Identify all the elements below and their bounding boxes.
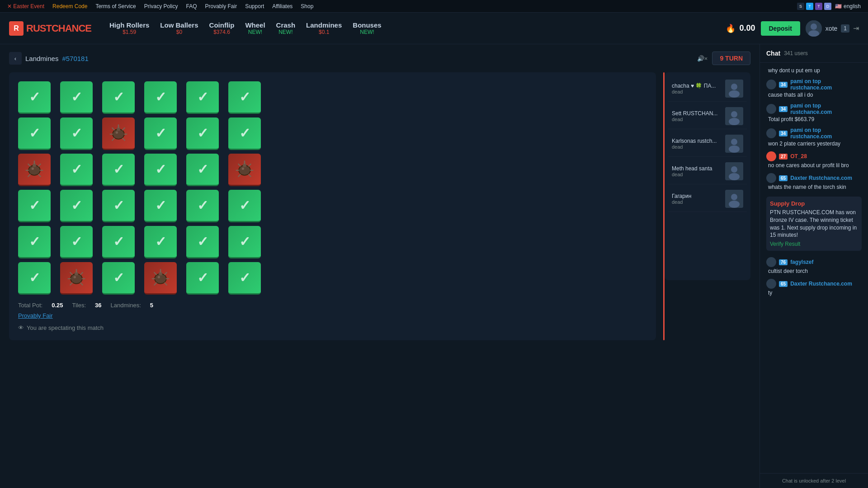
top-bar: ✕ Easter Event Redeem Code Terms of Serv… bbox=[0, 0, 868, 13]
nav-low-ballers[interactable]: Low Ballers $0 bbox=[160, 21, 198, 35]
topbar-support[interactable]: Support bbox=[245, 3, 264, 9]
player-status: dead bbox=[672, 144, 722, 150]
topbar-tos[interactable]: Terms of Service bbox=[95, 3, 136, 9]
discord-icon[interactable]: D bbox=[824, 3, 831, 10]
tile: ✓ bbox=[18, 117, 51, 150]
player-info: Sett RUSTCHAN... dead bbox=[672, 110, 722, 122]
svg-line-11 bbox=[123, 138, 125, 141]
svg-point-60 bbox=[731, 139, 737, 145]
player-name: Гагарин bbox=[672, 193, 722, 199]
topbar-faq[interactable]: FAQ bbox=[186, 3, 197, 9]
player-name: Meth head santa bbox=[672, 165, 722, 172]
nav-coinflip[interactable]: Coinflip $374.6 bbox=[209, 21, 235, 35]
tile bbox=[144, 262, 177, 295]
topbar-affiliates[interactable]: Affiliates bbox=[272, 3, 292, 9]
tile: ✓ bbox=[186, 262, 219, 295]
tile: ✓ bbox=[102, 226, 135, 258]
tile: ✓ bbox=[60, 190, 93, 222]
svg-point-63 bbox=[731, 166, 737, 173]
chat-username: fagylszef bbox=[790, 259, 813, 265]
svg-line-38 bbox=[70, 272, 72, 275]
eye-icon: 👁 bbox=[18, 324, 24, 331]
player-info: chacha ♥ 🍀 ПА... dead bbox=[672, 83, 722, 94]
tile: ✓ bbox=[18, 226, 51, 258]
deposit-button[interactable]: Deposit bbox=[761, 21, 800, 36]
tile: ✓ bbox=[102, 190, 135, 222]
tile: ✓ bbox=[186, 190, 219, 222]
steam-icon[interactable]: S bbox=[797, 3, 804, 10]
sound-button[interactable]: 🔊× bbox=[697, 55, 708, 62]
fire-icon: 🔥 bbox=[726, 23, 736, 33]
verify-result-link[interactable]: Verify Result bbox=[770, 241, 858, 247]
chat-message: 65 Daxter Rustchance.com whats the name … bbox=[766, 173, 862, 190]
chat-avatar bbox=[766, 80, 776, 89]
chat-level-badge: 27 bbox=[779, 154, 788, 160]
chat-text: Total profit $663.79 bbox=[766, 116, 862, 122]
nav-high-rollers[interactable]: High Rollers $1.59 bbox=[109, 21, 149, 35]
header: R RUSTCHANCE High Rollers $1.59 Low Ball… bbox=[0, 13, 868, 44]
topbar-easter-event[interactable]: ✕ Easter Event bbox=[7, 3, 44, 9]
svg-line-29 bbox=[249, 164, 251, 166]
topbar-shop[interactable]: Shop bbox=[301, 3, 313, 9]
supply-drop: Supply Drop PTN RUSTCHANCE.COM has won B… bbox=[766, 197, 862, 251]
player-avatar bbox=[725, 80, 743, 98]
social-icons: S T T D bbox=[797, 3, 831, 10]
chat-text: cultist deer torch bbox=[766, 268, 862, 274]
player-avatar bbox=[725, 162, 743, 180]
topbar-privacy[interactable]: Privacy Policy bbox=[144, 3, 178, 9]
logout-icon[interactable]: ⇥ bbox=[853, 24, 859, 33]
tile: ✓ bbox=[102, 81, 135, 114]
svg-point-55 bbox=[729, 90, 740, 98]
svg-point-22 bbox=[32, 167, 34, 170]
nav-crash[interactable]: Crash NEW! bbox=[276, 21, 296, 35]
nav-wheel[interactable]: Wheel NEW! bbox=[245, 21, 265, 35]
username: xote bbox=[826, 25, 837, 32]
svg-line-18 bbox=[28, 164, 30, 166]
logo[interactable]: R RUSTCHANCE bbox=[9, 21, 91, 36]
twitch-icon[interactable]: T bbox=[815, 3, 822, 10]
svg-line-39 bbox=[80, 272, 83, 275]
chat-username: pami on top rustchance.com bbox=[790, 78, 862, 91]
player-card: Karlsonas rustch... dead bbox=[668, 131, 747, 157]
tile: ✓ bbox=[144, 154, 177, 186]
chat-username: Daxter Rustchance.com bbox=[790, 175, 852, 181]
svg-line-30 bbox=[238, 174, 241, 177]
main-content: ‹ Landmines #570181 🔊× 9 TURN ✓✓✓✓✓✓✓✓ bbox=[0, 44, 868, 488]
language-selector[interactable]: 🇺🇸 english bbox=[835, 3, 861, 9]
tile: ✓ bbox=[228, 190, 261, 222]
sound-icon: 🔊× bbox=[697, 55, 708, 62]
topbar-right: S T T D 🇺🇸 english bbox=[797, 3, 861, 10]
chat-level-badge: 65 bbox=[779, 281, 788, 287]
svg-line-31 bbox=[249, 174, 251, 177]
svg-point-67 bbox=[729, 201, 740, 208]
svg-point-57 bbox=[731, 111, 737, 117]
svg-point-12 bbox=[116, 131, 118, 134]
tile bbox=[60, 262, 93, 295]
tile: ✓ bbox=[18, 262, 51, 295]
grid-container: ✓✓✓✓✓✓✓✓ ✓✓✓ bbox=[9, 72, 656, 340]
twitter-icon[interactable]: T bbox=[806, 3, 813, 10]
chat-message: 76 fagylszef cultist deer torch bbox=[766, 257, 862, 274]
tile: ✓ bbox=[186, 154, 219, 186]
player-name: chacha ♥ 🍀 ПА... bbox=[672, 83, 722, 89]
nav-landmines[interactable]: Landmines $0.1 bbox=[306, 21, 342, 35]
user-avatar bbox=[806, 20, 822, 37]
svg-line-51 bbox=[165, 283, 167, 285]
nav-bonuses[interactable]: Bonuses NEW! bbox=[353, 21, 381, 35]
chat-text: no one cares about ur profit lil bro bbox=[766, 162, 862, 169]
player-info: Meth head santa dead bbox=[672, 165, 722, 177]
topbar-provably[interactable]: Provably Fair bbox=[205, 3, 237, 9]
header-right: 🔥 0.00 Deposit xote 1 ⇥ bbox=[726, 20, 859, 37]
svg-line-19 bbox=[38, 164, 41, 166]
provably-fair-link[interactable]: Provably Fair bbox=[18, 312, 647, 319]
turn-badge: 9 TURN bbox=[712, 52, 750, 65]
back-button[interactable]: ‹ bbox=[9, 52, 22, 65]
logo-icon: R bbox=[9, 21, 24, 36]
chat-message: 65 Daxter Rustchance.com ty bbox=[766, 279, 862, 296]
svg-line-20 bbox=[28, 174, 30, 177]
tile: ✓ bbox=[60, 154, 93, 186]
tile bbox=[18, 154, 51, 186]
topbar-redeem-code[interactable]: Redeem Code bbox=[52, 3, 87, 9]
svg-line-40 bbox=[70, 283, 72, 285]
chat-level-badge: 65 bbox=[779, 175, 788, 181]
